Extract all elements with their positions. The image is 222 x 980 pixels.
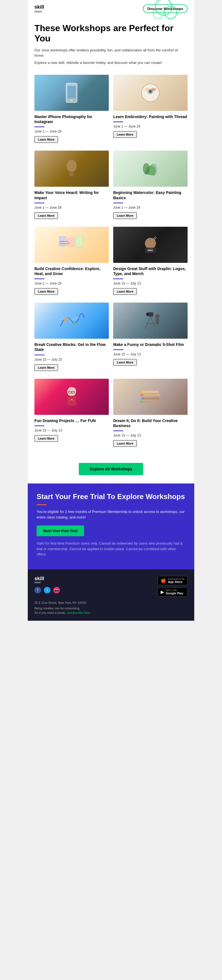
workshop-dates-2: June 1 — June 29 [113,124,187,128]
app-buttons: 🍎 Download on the App Store ▶ GET IT ON … [158,576,187,597]
creative-svg: BRING ME THERAPIST ♥ [58,234,86,256]
svg-rect-49 [140,401,143,403]
svg-point-34 [155,314,160,319]
purple-divider-7 [35,355,44,355]
workshop-image-10 [113,379,187,415]
workshop-title-7: Break Creative Blocks: Get in the Flow S… [35,342,109,352]
learn-more-btn-4[interactable]: Learn More [113,212,137,219]
purple-divider-6 [113,278,123,279]
workshop-card-4: Beginning Watercolor: Easy Painting Basi… [113,151,187,219]
workshop-dates-4: June 1 — June 29 [113,205,187,210]
workshop-row-4: Break Creative Blocks: Get in the Flow S… [35,302,187,371]
workshop-title-3: Make Your Voice Heard: Writing for Impac… [35,190,109,200]
workshops-grid: Master iPhone Photography for Instagram … [28,72,194,460]
svg-point-11 [67,160,76,172]
cta-orange-divider [36,504,47,505]
purple-divider-4 [113,202,123,204]
logo: skill share [35,5,44,13]
hero-section: These Workshops are Perfect for You Our … [28,18,194,72]
workshop-image-1 [35,75,109,111]
app-store-button[interactable]: 🍎 Download on the App Store [158,576,187,585]
google-play-button[interactable]: ▶ GET IT ON Google Play [158,587,187,597]
svg-rect-47 [141,394,143,396]
svg-rect-43 [141,394,160,396]
workshop-image-6: DDC [113,227,187,263]
google-play-large-text: Google Play [166,592,184,595]
social-icons: f t 📷 [35,587,60,593]
workshop-card-5: BRING ME THERAPIST ♥ Build Creative Conf… [35,227,109,295]
svg-point-42 [73,400,74,401]
learn-more-btn-7[interactable]: Learn More [35,364,58,371]
svg-point-9 [152,88,156,91]
svg-point-41 [69,400,70,401]
purple-divider-8 [113,349,123,350]
footer-tagline: Being creative can be exhausting. So if … [35,606,187,615]
learn-more-btn-2[interactable]: Learn More [113,131,137,138]
instagram-icon[interactable]: 📷 [53,587,60,593]
discover-workshops-link[interactable]: Discover Workshops [143,5,187,13]
learn-more-btn-8[interactable]: Learn More [113,359,137,366]
apple-icon: 🍎 [161,578,166,583]
footer: skill share f t 📷 🍎 Download on the App … [28,570,194,621]
svg-rect-18 [76,236,83,247]
workshop-title-1: Master iPhone Photography for Instagram [35,114,109,124]
workshop-card-8: Make a Funny or Dramatic 5-Shot Film Jun… [113,302,187,371]
dream-svg [138,386,163,408]
workshop-image-3 [35,151,109,187]
svg-line-26 [154,237,157,240]
footer-logo-line2: share [35,581,60,584]
svg-rect-50 [142,391,145,393]
svg-rect-13 [68,176,75,177]
svg-text:BRING ME: BRING ME [60,240,68,242]
svg-text:♥: ♥ [68,242,70,244]
facebook-icon[interactable]: f [35,587,41,593]
svg-rect-4 [67,86,76,99]
svg-point-5 [71,100,73,102]
footer-tagline-line1: Being creative can be exhausting. [35,606,80,610]
workshop-image-9 [35,379,109,415]
workshop-row-3: BRING ME THERAPIST ♥ Build Creative Conf… [35,227,187,295]
svg-rect-48 [141,397,144,399]
hero-title: These Workshops are Perfect for You [35,23,187,44]
svg-rect-45 [140,401,160,403]
workshop-image-7 [35,302,109,339]
learn-more-btn-6[interactable]: Learn More [113,288,137,295]
workshop-card-2: Learn Embroidery: Painting with Thread J… [113,75,187,143]
unsubscribe-link[interactable]: unsubscribe here. [67,611,91,614]
workshop-dates-5: June 1 — June 29 [35,282,109,285]
learn-more-btn-10[interactable]: Learn More [113,440,137,447]
footer-tagline-line2: So if you need a break, [35,611,66,614]
workshop-image-4 [113,151,187,187]
workshop-card-7: Break Creative Blocks: Get in the Flow S… [35,302,109,371]
workshop-title-4: Beginning Watercolor: Easy Painting Basi… [113,190,187,200]
workshop-dates-6: June 15 — July 13 [113,282,187,285]
svg-point-28 [73,322,76,325]
svg-point-40 [71,399,73,400]
twitter-icon[interactable]: t [44,587,51,593]
workshop-dates-3: June 1 — June 29 [35,205,109,210]
cta-trial-button[interactable]: Start Your Free Trial [36,525,84,536]
workshop-dates-8: June 15 — July 13 [113,352,187,356]
break-svg [58,310,86,332]
learn-more-btn-9[interactable]: Learn More [35,435,58,442]
workshop-dates-9: June 15 — July 13 [35,428,109,432]
workshop-dates-1: June 1 — June 29 [35,129,109,134]
learn-more-btn-1[interactable]: Learn More [35,136,58,143]
workshop-title-9: Fun Drawing Projects … For FUN [35,418,109,423]
purple-divider-9 [35,425,44,426]
app-store-large-text: App Store [168,580,184,584]
learn-more-btn-3[interactable]: Learn More [35,212,58,219]
workshop-card-9: Fun Drawing Projects … For FUN June 15 —… [35,379,109,447]
purple-divider-1 [35,126,44,127]
cta-title: Start Your Free Trial To Explore Worksho… [36,492,186,501]
learn-more-btn-5[interactable]: Learn More [35,288,58,295]
svg-rect-35 [156,319,159,324]
film-svg [138,310,163,332]
explore-all-button[interactable]: Explore All Workshops [79,463,143,475]
cta-section: Start Your Free Trial To Explore Worksho… [28,484,194,570]
workshop-row-2: Make Your Voice Heard: Writing for Impac… [35,151,187,219]
svg-point-14 [143,163,149,174]
footer-left: skill share f t 📷 [35,576,60,594]
footer-logo-line1: skill [35,576,44,581]
svg-text:DDC: DDC [147,249,153,252]
